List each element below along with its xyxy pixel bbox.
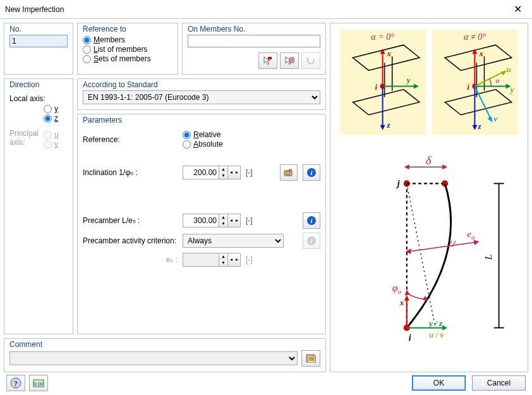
imperfection-diagram: α = 0° α ≠ 0° i x y z (333, 26, 525, 369)
svg-text:u / v: u / v (429, 330, 444, 339)
label-members: Members (94, 35, 125, 44)
svg-text:x: x (478, 49, 483, 58)
radio-sets-of-members[interactable] (83, 55, 91, 63)
spin-up-icon[interactable]: ▲ (219, 214, 227, 221)
group-standard: According to Standard EN 1993-1-1: 2005-… (77, 78, 326, 110)
left-column: No. Reference to Members List of members… (4, 23, 326, 372)
radio-axis-z[interactable] (44, 114, 52, 123)
top-row: No. Reference to Members List of members… (4, 23, 326, 75)
label-axis-z: z (54, 114, 58, 123)
radio-absolute[interactable] (183, 140, 191, 149)
svg-text:z: z (477, 121, 481, 131)
precamber-label: Precamber L/e₀ : (83, 216, 178, 225)
svg-text:α: α (496, 76, 500, 84)
spin-left-icon: ◂ (228, 253, 234, 266)
e0-input (183, 253, 219, 266)
spin-left-icon[interactable]: ◂ (228, 166, 234, 179)
group-comment: Comment (4, 338, 326, 372)
delta-label: δ (426, 154, 432, 167)
radio-axis-u (44, 131, 52, 139)
svg-text:?: ? (14, 379, 18, 388)
local-axis-label: Local axis: (9, 94, 68, 103)
precamber-info-button[interactable]: i (303, 212, 320, 229)
activity-info-button: i (303, 233, 320, 249)
spin-left-icon[interactable]: ◂ (228, 214, 234, 227)
svg-text:φo: φo (392, 283, 402, 295)
group-title-comment: Comment (8, 340, 44, 349)
standard-combo[interactable]: EN 1993-1-1: 2005-07 (Eurocode 3) (83, 90, 320, 104)
pick-member-button[interactable] (258, 52, 277, 69)
spin-down-icon[interactable]: ▼ (219, 221, 227, 227)
svg-rect-0 (268, 57, 272, 59)
svg-text:y / z: y / z (428, 319, 443, 328)
pick-arrow-icon (263, 56, 273, 66)
group-reference-to: Reference to Members List of members Set… (77, 23, 178, 75)
footer: ? 0.00 OK Cancel (0, 376, 532, 395)
no-input[interactable] (9, 35, 68, 47)
alpha-neq-0: α ≠ 0° (464, 32, 486, 42)
spin-up-icon: ▲ (219, 253, 227, 260)
spin-up-icon[interactable]: ▲ (219, 166, 227, 173)
spin-right-icon[interactable]: ▸ (234, 166, 241, 179)
info-icon: i (306, 167, 317, 178)
alpha-eq-0: α = 0° (371, 32, 394, 42)
close-icon: ✕ (514, 3, 522, 15)
preview-panel: α = 0° α ≠ 0° i x y z (330, 23, 528, 372)
info-icon: i (306, 236, 317, 246)
ok-button[interactable]: OK (412, 375, 466, 391)
svg-text:x: x (399, 298, 404, 307)
inclination-input[interactable] (183, 166, 219, 179)
units-button[interactable]: 0.00 (29, 375, 48, 391)
group-no: No. (4, 23, 73, 75)
svg-text:y: y (406, 75, 411, 85)
svg-line-55 (452, 241, 456, 247)
inclination-pick-button[interactable] (280, 164, 298, 181)
inclination-spinner[interactable]: ▲▼ ◂▸ (183, 166, 241, 179)
svg-text:L: L (483, 255, 493, 260)
right-stack: According to Standard EN 1993-1-1: 2005-… (77, 78, 326, 334)
radio-members[interactable] (83, 36, 91, 44)
spin-right-icon[interactable]: ▸ (234, 214, 241, 227)
label-axis-y: y (54, 104, 58, 113)
group-title-standard: According to Standard (82, 80, 159, 89)
comment-combo[interactable] (9, 351, 298, 365)
e0-label: e₀ : (83, 255, 178, 264)
activity-combo[interactable]: Always (183, 234, 284, 248)
undo-pick-button (301, 52, 320, 69)
svg-line-52 (407, 183, 435, 327)
svg-text:0.00: 0.00 (33, 381, 44, 387)
content: No. Reference to Members List of members… (0, 19, 532, 376)
group-title-direction: Direction (8, 80, 40, 89)
precamber-unit: [-] (246, 216, 257, 225)
e0-spinner: ▲▼ ◂▸ (183, 253, 241, 267)
spin-down-icon[interactable]: ▼ (219, 173, 227, 179)
on-members-input[interactable] (188, 35, 320, 47)
group-on-members: On Members No. (182, 23, 326, 75)
radio-relative[interactable] (183, 131, 191, 139)
pick-list-button[interactable] (280, 52, 299, 69)
close-button[interactable]: ✕ (504, 0, 532, 19)
label-sets-of-members: Sets of members (94, 54, 151, 63)
inclination-info-button[interactable]: i (303, 164, 320, 181)
activity-label: Precamber activity criterion: (83, 236, 178, 245)
label-list-of-members: List of members (94, 45, 147, 54)
inclination-label: Inclination 1/φ₀ : (83, 168, 178, 177)
help-icon: ? (10, 377, 21, 389)
group-title-parameters: Parameters (82, 116, 123, 125)
comment-edit-button[interactable] (301, 350, 320, 367)
cancel-button[interactable]: Cancel (472, 375, 526, 391)
svg-text:v: v (494, 114, 498, 123)
group-parameters: Parameters Reference: Relative Absolute (77, 114, 326, 334)
svg-text:i: i (375, 82, 378, 92)
titlebar: New Imperfection ✕ (0, 0, 532, 19)
svg-text:j: j (396, 178, 400, 188)
precamber-spinner[interactable]: ▲▼ ◂▸ (183, 214, 241, 228)
units-icon: 0.00 (33, 378, 44, 388)
label-absolute: Absolute (193, 140, 223, 149)
help-button[interactable]: ? (6, 375, 25, 391)
radio-axis-y[interactable] (44, 105, 52, 113)
radio-list-of-members[interactable] (83, 46, 91, 54)
radio-axis-v (44, 140, 52, 149)
svg-text:x: x (387, 49, 392, 58)
precamber-input[interactable] (183, 214, 219, 227)
